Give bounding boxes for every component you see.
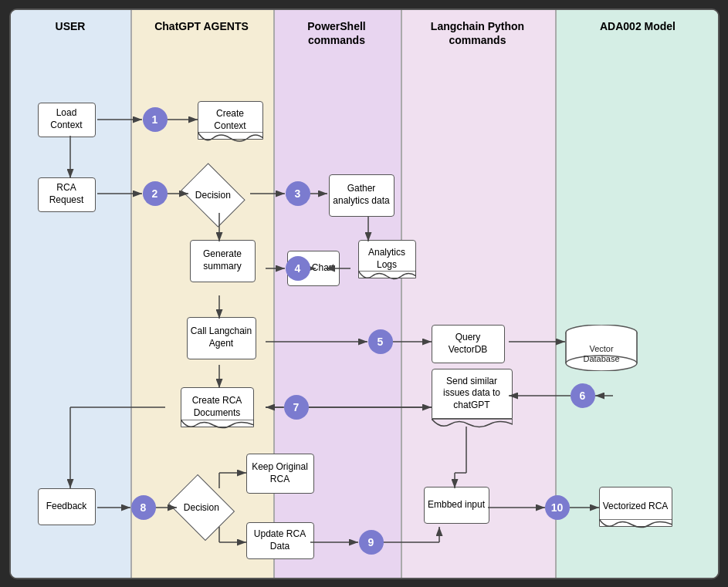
lane-user-header: USER	[11, 10, 130, 42]
lane-langchain-header: Langchain Python commands	[401, 10, 555, 56]
load-context-box: Load Context	[38, 103, 96, 137]
generate-summary-box: Generate summary	[190, 240, 256, 282]
divider-4	[555, 10, 557, 578]
diagram-container: USER ChatGPT AGENTS PowerShell commands …	[9, 8, 720, 579]
lane-chatgpt-header: ChatGPT AGENTS	[130, 10, 273, 42]
step-5: 5	[368, 329, 393, 354]
send-similar-box: Send similar issues data to chatGPT	[432, 369, 513, 419]
step-10: 10	[545, 495, 570, 520]
update-rca-box: Update RCA Data	[246, 522, 314, 559]
vectorized-rca-doc-svg	[599, 519, 672, 530]
call-langchain-box: Call Langchain Agent	[187, 317, 256, 359]
step-2: 2	[143, 181, 168, 206]
divider-1	[130, 10, 132, 578]
lane-powershell-header: PowerShell commands	[273, 10, 401, 56]
create-context-doc-svg	[198, 132, 263, 144]
vector-database-box: Vector Database	[565, 325, 638, 371]
create-rca-doc-svg	[181, 420, 254, 430]
step-9: 9	[359, 530, 384, 555]
step-8: 8	[131, 495, 156, 520]
step-3: 3	[286, 181, 310, 206]
step-4: 4	[286, 256, 310, 281]
lane-ada-header: ADA002 Model	[555, 10, 720, 42]
feedback-box: Feedback	[38, 488, 96, 525]
step-6: 6	[571, 383, 595, 408]
divider-3	[401, 10, 402, 578]
gather-analytics-box: Gather analytics data	[329, 174, 394, 217]
query-vectordb-box: Query VectorDB	[432, 325, 505, 363]
step-1: 1	[143, 107, 168, 132]
keep-original-box: Keep Original RCA	[246, 454, 314, 494]
svg-text:Vector: Vector	[589, 344, 614, 353]
analytics-logs-doc-svg	[358, 271, 416, 282]
embed-input-box: Embbed input	[424, 487, 489, 524]
svg-text:Database: Database	[583, 354, 619, 363]
send-similar-doc-svg	[432, 419, 513, 430]
rca-request-box: RCA Request	[38, 177, 96, 212]
step-7: 7	[284, 395, 309, 420]
